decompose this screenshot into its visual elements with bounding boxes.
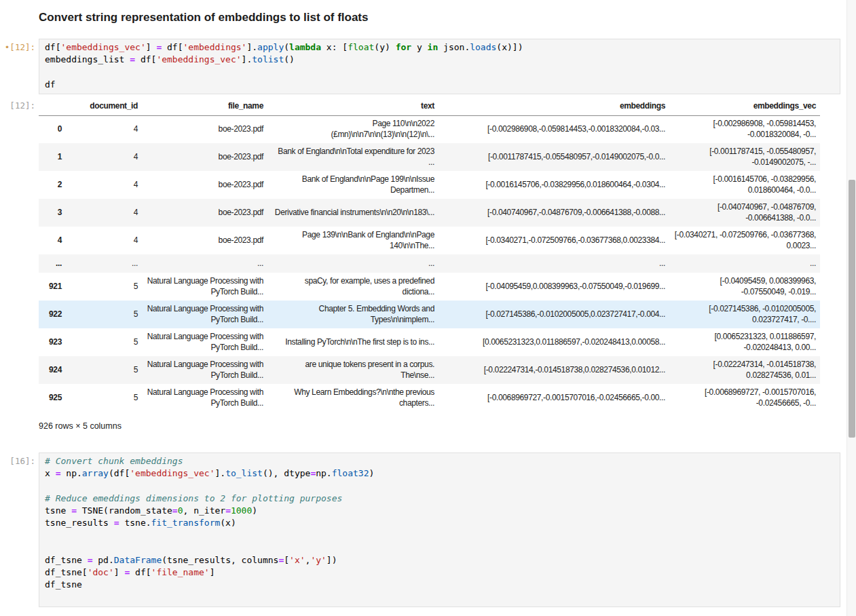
row-index: 2 <box>39 171 66 199</box>
code-line: # Convert chunk embeddings <box>45 455 834 467</box>
table-cell: 5 <box>66 328 142 356</box>
code-line: df_tsne <box>45 579 834 591</box>
column-header: document_id <box>66 98 142 115</box>
code-line: embeddings_list = df['embeddings_vec'].t… <box>45 54 834 66</box>
code-line <box>45 480 834 492</box>
table-cell: Derivative financial instruments\n\n20\n… <box>267 199 439 227</box>
table-cell: Natural Language Processing with PyTorch… <box>142 301 267 328</box>
table-row: 9255Natural Language Processing with PyT… <box>39 384 820 412</box>
table-cell: Natural Language Processing with PyTorch… <box>142 384 267 412</box>
table-header-row: document_idfile_nametextembeddingsembedd… <box>39 98 820 115</box>
table-row: 44boe-2023.pdfPage 139\n\nBank of Englan… <box>39 227 820 254</box>
table-cell: [-0.0011787415, -0.055480957, -0.0149002… <box>669 143 820 171</box>
table-cell: [-0.04095459,0.008399963,-0.07550049,-0.… <box>439 273 669 301</box>
table-row: 9235Natural Language Processing with PyT… <box>39 328 820 356</box>
table-cell: [-0.002986908, -0.059814453, -0.00183200… <box>669 115 820 143</box>
table-cell: are unique tokens present in a corpus. T… <box>267 356 439 384</box>
table-row: 24boe-2023.pdfBank of England\n\nPage 19… <box>39 171 820 199</box>
row-index: 922 <box>39 301 66 328</box>
table-cell: boe-2023.pdf <box>142 199 267 227</box>
table-row: 04boe-2023.pdfPage 110\n\n2022 (£mn)\n\n… <box>39 115 820 143</box>
table-cell: [-0.0068969727,-0.0015707016,-0.02456665… <box>439 384 669 412</box>
code-line: tsne_results = tsne.fit_transform(x) <box>45 517 834 529</box>
table-cell: boe-2023.pdf <box>142 171 267 199</box>
table-cell: Page 139\n\nBank of England\n\nPage 140\… <box>267 227 439 254</box>
column-header: file_name <box>142 98 267 115</box>
execution-count-input-16: [16]: <box>0 455 35 467</box>
table-cell: boe-2023.pdf <box>142 115 267 143</box>
table-cell: [-0.0340271, -0.072509766, -0.03677368, … <box>669 227 820 254</box>
table-cell: ... <box>669 254 820 273</box>
table-cell: ... <box>66 254 142 273</box>
table-cell: 4 <box>66 227 142 254</box>
dataframe-table: document_idfile_nametextembeddingsembedd… <box>39 98 820 412</box>
scrollbar-thumb[interactable] <box>849 180 855 438</box>
dataframe-output: document_idfile_nametextembeddingsembedd… <box>39 98 820 412</box>
table-cell: boe-2023.pdf <box>142 143 267 171</box>
table-cell: [0.0065231323, 0.011886597, -0.020248413… <box>669 328 820 356</box>
column-header <box>39 98 66 115</box>
table-row: 9225Natural Language Processing with PyT… <box>39 301 820 328</box>
row-index: 0 <box>39 115 66 143</box>
table-cell: Bank of England\n\nTotal expenditure for… <box>267 143 439 171</box>
table-cell: Bank of England\n\nPage 199\n\nIssue Dep… <box>267 171 439 199</box>
table-cell: ... <box>439 254 669 273</box>
table-cell: [-0.040740967,-0.04876709,-0.006641388,-… <box>439 199 669 227</box>
row-index: 1 <box>39 143 66 171</box>
code-line <box>45 529 834 541</box>
code-line: # Reduce emeddings dimensions to 2 for p… <box>45 493 834 505</box>
table-cell: [-0.0068969727, -0.0015707016, -0.024566… <box>669 384 820 412</box>
table-cell: [-0.040740967, -0.04876709, -0.006641388… <box>669 199 820 227</box>
table-cell: [-0.0340271,-0.072509766,-0.03677368,0.0… <box>439 227 669 254</box>
column-header: text <box>267 98 439 115</box>
table-cell: [0.0065231323,0.011886597,-0.020248413,0… <box>439 328 669 356</box>
table-cell: 5 <box>66 356 142 384</box>
code-line: df <box>45 79 834 91</box>
table-cell: [-0.0016145706,-0.03829956,0.018600464,-… <box>439 171 669 199</box>
table-cell: [-0.0011787415,-0.055480957,-0.014900207… <box>439 143 669 171</box>
table-cell: [-0.027145386,-0.0102005005,0.023727417,… <box>439 301 669 328</box>
table-cell: Natural Language Processing with PyTorch… <box>142 328 267 356</box>
table-cell: Natural Language Processing with PyTorch… <box>142 273 267 301</box>
table-cell: 4 <box>66 171 142 199</box>
table-cell: Why Learn Embeddings?\n\nthe previous ch… <box>267 384 439 412</box>
row-index: 923 <box>39 328 66 356</box>
row-index: 925 <box>39 384 66 412</box>
column-header: embeddings <box>439 98 669 115</box>
table-cell: Chapter 5. Embedding Words and Types\n\n… <box>267 301 439 328</box>
table-cell: boe-2023.pdf <box>142 227 267 254</box>
column-header: embeddings_vec <box>669 98 820 115</box>
code-line: df_tsne['doc'] = df['file_name'] <box>45 566 834 579</box>
code-line: df_tsne = pd.DataFrame(tsne_results, col… <box>45 554 834 566</box>
row-index: 924 <box>39 356 66 384</box>
table-cell: [-0.022247314,-0.014518738,0.028274536,0… <box>439 356 669 384</box>
table-cell: spaCy, for example, uses a predefined di… <box>267 273 439 301</box>
table-cell: Installing PyTorch\n\nThe first step is … <box>267 328 439 356</box>
table-cell: [-0.04095459, 0.008399963, -0.07550049, … <box>669 273 820 301</box>
code-line <box>45 66 834 78</box>
table-cell: 5 <box>66 301 142 328</box>
table-row: 14boe-2023.pdfBank of England\n\nTotal e… <box>39 143 820 171</box>
scrollbar-track[interactable] <box>846 0 856 616</box>
table-cell: [-0.027145386, -0.0102005005, 0.02372741… <box>669 301 820 328</box>
code-cell-input-16[interactable]: # Convert chunk embeddingsx = np.array(d… <box>39 453 840 607</box>
code-cell-input-12[interactable]: df['embeddings_vec'] = df['embeddings'].… <box>39 39 840 94</box>
table-cell: [-0.002986908,-0.059814453,-0.0018320084… <box>439 115 669 143</box>
row-index: ... <box>39 254 66 273</box>
row-index: 3 <box>39 199 66 227</box>
code-line <box>45 591 834 603</box>
table-row: 9215Natural Language Processing with PyT… <box>39 273 820 301</box>
table-cell: [-0.022247314, -0.014518738, 0.028274536… <box>669 356 820 384</box>
table-cell: 4 <box>66 199 142 227</box>
table-cell: 5 <box>66 273 142 301</box>
dataframe-dimensions: 926 rows × 5 columns <box>39 421 122 431</box>
execution-count-output-12: [12]: <box>0 100 35 112</box>
markdown-heading: Convert string representation of embeddi… <box>39 11 369 24</box>
table-cell: ... <box>142 254 267 273</box>
table-row: 34boe-2023.pdfDerivative financial instr… <box>39 199 820 227</box>
table-cell: Natural Language Processing with PyTorch… <box>142 356 267 384</box>
table-cell: 4 <box>66 115 142 143</box>
code-line: df['embeddings_vec'] = df['embeddings'].… <box>45 41 834 54</box>
code-line: tsne = TSNE(random_state=0, n_iter=1000) <box>45 505 834 517</box>
table-cell: Page 110\n\n2022 (£mn)\n\n7\n\n(13)\n\n(… <box>267 115 439 143</box>
